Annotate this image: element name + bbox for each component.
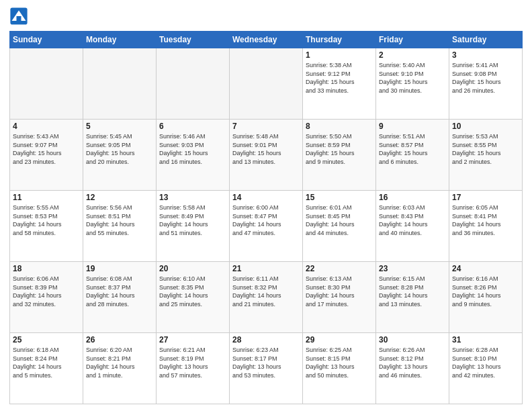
day-number: 15: [306, 193, 373, 202]
calendar-cell: 1Sunrise: 5:38 AM Sunset: 9:12 PM Daylig…: [303, 48, 376, 120]
day-info: Sunrise: 6:25 AM Sunset: 8:15 PM Dayligh…: [306, 346, 373, 379]
calendar-cell: 24Sunrise: 6:16 AM Sunset: 8:26 PM Dayli…: [449, 262, 523, 333]
calendar-week-row: 18Sunrise: 6:06 AM Sunset: 8:39 PM Dayli…: [10, 262, 523, 333]
day-number: 10: [452, 122, 519, 131]
calendar-cell: 9Sunrise: 5:51 AM Sunset: 8:57 PM Daylig…: [376, 120, 449, 191]
day-number: 17: [452, 193, 519, 202]
day-number: 16: [379, 193, 446, 202]
calendar-cell: 23Sunrise: 6:15 AM Sunset: 8:28 PM Dayli…: [376, 262, 449, 333]
calendar-cell: 12Sunrise: 5:56 AM Sunset: 8:51 PM Dayli…: [83, 191, 157, 262]
day-number: 21: [232, 264, 300, 273]
page: SundayMondayTuesdayWednesdayThursdayFrid…: [0, 0, 532, 411]
calendar-cell: 14Sunrise: 6:00 AM Sunset: 8:47 PM Dayli…: [230, 191, 303, 262]
day-info: Sunrise: 5:56 AM Sunset: 8:51 PM Dayligh…: [86, 203, 153, 237]
day-info: Sunrise: 6:18 AM Sunset: 8:24 PM Dayligh…: [13, 346, 80, 379]
day-info: Sunrise: 6:00 AM Sunset: 8:47 PM Dayligh…: [232, 203, 300, 237]
calendar-cell: [230, 48, 303, 120]
day-number: 14: [232, 193, 300, 202]
day-number: 18: [13, 264, 80, 273]
weekday-header: Thursday: [303, 32, 376, 48]
calendar-cell: 13Sunrise: 5:58 AM Sunset: 8:49 PM Dayli…: [157, 191, 230, 262]
weekday-header: Tuesday: [157, 32, 230, 48]
logo: [9, 7, 32, 26]
day-info: Sunrise: 6:16 AM Sunset: 8:26 PM Dayligh…: [452, 275, 519, 308]
calendar-cell: 31Sunrise: 6:28 AM Sunset: 8:10 PM Dayli…: [449, 333, 523, 404]
calendar-cell: 18Sunrise: 6:06 AM Sunset: 8:39 PM Dayli…: [10, 262, 83, 333]
calendar-cell: 8Sunrise: 5:50 AM Sunset: 8:59 PM Daylig…: [303, 120, 376, 191]
calendar-cell: 3Sunrise: 5:41 AM Sunset: 9:08 PM Daylig…: [449, 48, 523, 120]
weekday-header: Sunday: [10, 32, 83, 48]
day-number: 27: [159, 335, 226, 345]
day-number: 1: [306, 50, 373, 60]
day-info: Sunrise: 6:10 AM Sunset: 8:35 PM Dayligh…: [159, 275, 226, 308]
day-info: Sunrise: 6:21 AM Sunset: 8:19 PM Dayligh…: [159, 346, 226, 379]
day-info: Sunrise: 6:26 AM Sunset: 8:12 PM Dayligh…: [379, 346, 446, 379]
day-number: 4: [13, 122, 80, 131]
day-info: Sunrise: 6:03 AM Sunset: 8:43 PM Dayligh…: [379, 203, 446, 237]
day-number: 28: [232, 335, 300, 345]
day-info: Sunrise: 6:06 AM Sunset: 8:39 PM Dayligh…: [13, 275, 80, 308]
weekday-header: Monday: [83, 32, 157, 48]
calendar-cell: [10, 48, 83, 120]
calendar-week-row: 1Sunrise: 5:38 AM Sunset: 9:12 PM Daylig…: [10, 48, 523, 120]
weekday-header: Saturday: [449, 32, 523, 48]
calendar-cell: 10Sunrise: 5:53 AM Sunset: 8:55 PM Dayli…: [449, 120, 523, 191]
day-info: Sunrise: 6:28 AM Sunset: 8:10 PM Dayligh…: [452, 346, 519, 379]
calendar-cell: 28Sunrise: 6:23 AM Sunset: 8:17 PM Dayli…: [230, 333, 303, 404]
calendar-cell: 6Sunrise: 5:46 AM Sunset: 9:03 PM Daylig…: [157, 120, 230, 191]
calendar-cell: 17Sunrise: 6:05 AM Sunset: 8:41 PM Dayli…: [449, 191, 523, 262]
day-info: Sunrise: 5:40 AM Sunset: 9:10 PM Dayligh…: [379, 61, 446, 95]
day-number: 2: [379, 50, 446, 60]
calendar-cell: 25Sunrise: 6:18 AM Sunset: 8:24 PM Dayli…: [10, 333, 83, 404]
weekday-header: Friday: [376, 32, 449, 48]
calendar-week-row: 11Sunrise: 5:55 AM Sunset: 8:53 PM Dayli…: [10, 191, 523, 262]
calendar-cell: [157, 48, 230, 120]
day-info: Sunrise: 5:46 AM Sunset: 9:03 PM Dayligh…: [159, 132, 226, 166]
day-info: Sunrise: 6:08 AM Sunset: 8:37 PM Dayligh…: [86, 275, 153, 308]
calendar-cell: 4Sunrise: 5:43 AM Sunset: 9:07 PM Daylig…: [10, 120, 83, 191]
day-info: Sunrise: 6:05 AM Sunset: 8:41 PM Dayligh…: [452, 203, 519, 237]
calendar-cell: 19Sunrise: 6:08 AM Sunset: 8:37 PM Dayli…: [83, 262, 157, 333]
calendar-cell: 11Sunrise: 5:55 AM Sunset: 8:53 PM Dayli…: [10, 191, 83, 262]
day-info: Sunrise: 6:01 AM Sunset: 8:45 PM Dayligh…: [306, 203, 373, 237]
day-info: Sunrise: 5:48 AM Sunset: 9:01 PM Dayligh…: [232, 132, 300, 166]
day-number: 5: [86, 122, 153, 131]
day-number: 30: [379, 335, 446, 345]
day-info: Sunrise: 6:11 AM Sunset: 8:32 PM Dayligh…: [232, 275, 300, 308]
calendar-cell: 22Sunrise: 6:13 AM Sunset: 8:30 PM Dayli…: [303, 262, 376, 333]
calendar-week-row: 4Sunrise: 5:43 AM Sunset: 9:07 PM Daylig…: [10, 120, 523, 191]
calendar-cell: 30Sunrise: 6:26 AM Sunset: 8:12 PM Dayli…: [376, 333, 449, 404]
day-number: 20: [159, 264, 226, 273]
day-info: Sunrise: 5:45 AM Sunset: 9:05 PM Dayligh…: [86, 132, 153, 166]
day-number: 12: [86, 193, 153, 202]
day-info: Sunrise: 6:13 AM Sunset: 8:30 PM Dayligh…: [306, 275, 373, 308]
calendar-table: SundayMondayTuesdayWednesdayThursdayFrid…: [9, 31, 523, 404]
calendar-week-row: 25Sunrise: 6:18 AM Sunset: 8:24 PM Dayli…: [10, 333, 523, 404]
calendar-cell: 21Sunrise: 6:11 AM Sunset: 8:32 PM Dayli…: [230, 262, 303, 333]
day-info: Sunrise: 6:15 AM Sunset: 8:28 PM Dayligh…: [379, 275, 446, 308]
day-number: 29: [306, 335, 373, 345]
day-number: 22: [306, 264, 373, 273]
day-info: Sunrise: 5:58 AM Sunset: 8:49 PM Dayligh…: [159, 203, 226, 237]
day-info: Sunrise: 5:43 AM Sunset: 9:07 PM Dayligh…: [13, 132, 80, 166]
day-number: 24: [452, 264, 519, 273]
day-number: 13: [159, 193, 226, 202]
day-number: 6: [159, 122, 226, 131]
day-info: Sunrise: 5:41 AM Sunset: 9:08 PM Dayligh…: [452, 61, 519, 95]
day-number: 9: [379, 122, 446, 131]
day-info: Sunrise: 6:20 AM Sunset: 8:21 PM Dayligh…: [86, 346, 153, 379]
day-number: 23: [379, 264, 446, 273]
svg-rect-2: [17, 16, 21, 21]
calendar-cell: 2Sunrise: 5:40 AM Sunset: 9:10 PM Daylig…: [376, 48, 449, 120]
day-info: Sunrise: 5:51 AM Sunset: 8:57 PM Dayligh…: [379, 132, 446, 166]
header: [9, 7, 523, 26]
calendar-cell: 5Sunrise: 5:45 AM Sunset: 9:05 PM Daylig…: [83, 120, 157, 191]
calendar-header-row: SundayMondayTuesdayWednesdayThursdayFrid…: [10, 32, 523, 48]
day-number: 26: [86, 335, 153, 345]
day-info: Sunrise: 5:38 AM Sunset: 9:12 PM Dayligh…: [306, 61, 373, 95]
weekday-header: Wednesday: [230, 32, 303, 48]
day-info: Sunrise: 5:55 AM Sunset: 8:53 PM Dayligh…: [13, 203, 80, 237]
calendar-cell: 26Sunrise: 6:20 AM Sunset: 8:21 PM Dayli…: [83, 333, 157, 404]
calendar-cell: 29Sunrise: 6:25 AM Sunset: 8:15 PM Dayli…: [303, 333, 376, 404]
calendar-cell: [83, 48, 157, 120]
